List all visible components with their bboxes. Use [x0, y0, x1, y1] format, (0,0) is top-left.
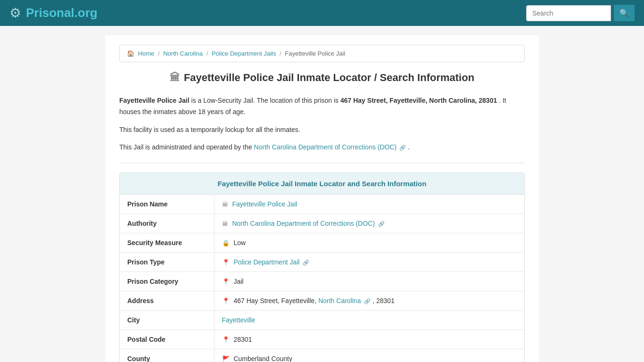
logo-icon: ⚙: [9, 5, 21, 21]
desc-text3: This facility is used as a temporarily l…: [119, 126, 300, 133]
prison-category-value: Jail: [233, 278, 243, 285]
content-divider: [119, 163, 525, 163]
table-row: Address 📍 467 Hay Street, Fayetteville, …: [120, 291, 524, 311]
address-suffix: , 28301: [372, 297, 395, 304]
logo-domain: .org: [74, 6, 98, 20]
description-para-3: This Jail is administrated and operated …: [119, 142, 525, 153]
table-row: Prison Category 📍 Jail: [120, 272, 524, 291]
value-city: Fayetteville: [214, 311, 524, 330]
address-prefix: 467 Hay Street, Fayetteville,: [233, 297, 318, 304]
breadcrumb-sep-3: /: [280, 50, 281, 57]
description-para-1: Fayetteville Police Jail is a Low-Securi…: [119, 95, 525, 118]
address-state-ext-icon: 🔗: [364, 298, 371, 304]
label-authority: Authority: [120, 214, 214, 233]
page-title: 🏛 Fayetteville Police Jail Inmate Locato…: [119, 72, 525, 84]
table-row: Postal Code 📍 28301: [120, 330, 524, 349]
county-icon: 🚩: [222, 355, 230, 362]
table-row: Prison Name 🏛 Fayetteville Police Jail: [120, 195, 524, 214]
label-security: Security Measure: [120, 233, 214, 253]
logo-name: Prisonal: [26, 6, 74, 20]
page-title-text: Fayetteville Police Jail Inmate Locator …: [184, 72, 474, 84]
breadcrumb-current: Fayetteville Police Jail: [285, 50, 345, 57]
value-prison-type: 📍 Police Department Jail 🔗: [214, 253, 524, 272]
authority-icon: 🏛: [222, 220, 228, 227]
ext-icon-inline: 🔗: [399, 145, 406, 150]
security-value: Low: [233, 239, 246, 247]
breadcrumb-pdj[interactable]: Police Department Jails: [212, 50, 276, 57]
info-table: Prison Name 🏛 Fayetteville Police Jail A…: [120, 195, 524, 362]
info-section: Fayetteville Police Jail Inmate Locator …: [119, 173, 525, 362]
label-prison-category: Prison Category: [120, 272, 214, 291]
prison-type-link[interactable]: Police Department Jail: [233, 258, 299, 266]
info-section-header: Fayetteville Police Jail Inmate Locator …: [120, 173, 524, 195]
authority-link[interactable]: North Carolina Department of Corrections…: [232, 220, 375, 227]
address-state-link[interactable]: North Carolina: [318, 297, 361, 304]
breadcrumb-sep-1: /: [158, 50, 160, 57]
prison-type-ext-icon: 🔗: [303, 260, 309, 265]
address-icon: 📍: [222, 297, 230, 304]
county-value: Cumberland County: [233, 355, 292, 362]
logo-text: Prisonal.org: [26, 6, 98, 20]
breadcrumb-nc[interactable]: North Carolina: [163, 50, 203, 57]
table-row: Security Measure 🔒 Low: [120, 233, 524, 253]
table-row: Prison Type 📍 Police Department Jail 🔗: [120, 253, 524, 272]
table-row: City Fayetteville: [120, 311, 524, 330]
label-prison-name: Prison Name: [120, 195, 214, 214]
prison-type-icon: 📍: [222, 259, 230, 266]
value-county: 🚩 Cumberland County: [214, 349, 524, 362]
search-button[interactable]: 🔍: [614, 5, 635, 21]
desc-text4-suffix: .: [408, 143, 410, 151]
desc-text1: is a Low-Security Jail. The location of …: [191, 97, 340, 104]
authority-ext-icon: 🔗: [378, 221, 385, 227]
authority-link-inline[interactable]: North Carolina Department of Corrections…: [254, 143, 397, 151]
label-prison-type: Prison Type: [120, 253, 214, 272]
info-section-title: Fayetteville Police Jail Inmate Locator …: [218, 180, 427, 188]
city-link[interactable]: Fayetteville: [222, 316, 256, 324]
value-prison-name: 🏛 Fayetteville Police Jail: [214, 195, 524, 214]
search-input[interactable]: [526, 5, 611, 21]
label-postal: Postal Code: [120, 330, 214, 349]
logo-area: ⚙ Prisonal.org: [9, 5, 98, 21]
search-area: 🔍: [526, 5, 635, 21]
postal-value: 28301: [233, 336, 252, 343]
prison-name-icon: 🏛: [222, 201, 228, 208]
facility-name-bold: Fayetteville Police Jail: [119, 97, 190, 104]
home-icon: 🏠: [127, 50, 134, 57]
breadcrumb-home[interactable]: Home: [138, 50, 155, 57]
site-header: ⚙ Prisonal.org 🔍: [0, 0, 644, 26]
prison-category-icon: 📍: [222, 278, 230, 285]
label-county: County: [120, 349, 214, 362]
postal-icon: 📍: [222, 336, 230, 343]
table-row: County 🚩 Cumberland County: [120, 349, 524, 362]
address-bold: 467 Hay Street, Fayetteville, North Caro…: [340, 97, 497, 104]
security-icon: 🔒: [222, 239, 230, 247]
value-authority: 🏛 North Carolina Department of Correctio…: [214, 214, 524, 233]
desc-text4-prefix: This Jail is administrated and operated …: [119, 143, 254, 151]
table-row: Authority 🏛 North Carolina Department of…: [120, 214, 524, 233]
value-prison-category: 📍 Jail: [214, 272, 524, 291]
prison-title-icon: 🏛: [170, 72, 180, 84]
main-content: 🏠 Home / North Carolina / Police Departm…: [105, 35, 539, 362]
value-address: 📍 467 Hay Street, Fayetteville, North Ca…: [214, 291, 524, 311]
value-postal: 📍 28301: [214, 330, 524, 349]
prison-name-link[interactable]: Fayetteville Police Jail: [232, 200, 297, 208]
value-security: 🔒 Low: [214, 233, 524, 253]
label-city: City: [120, 311, 214, 330]
breadcrumb: 🏠 Home / North Carolina / Police Departm…: [119, 45, 525, 62]
breadcrumb-sep-2: /: [206, 50, 208, 57]
description-para-2: This facility is used as a temporarily l…: [119, 124, 525, 136]
label-address: Address: [120, 291, 214, 311]
